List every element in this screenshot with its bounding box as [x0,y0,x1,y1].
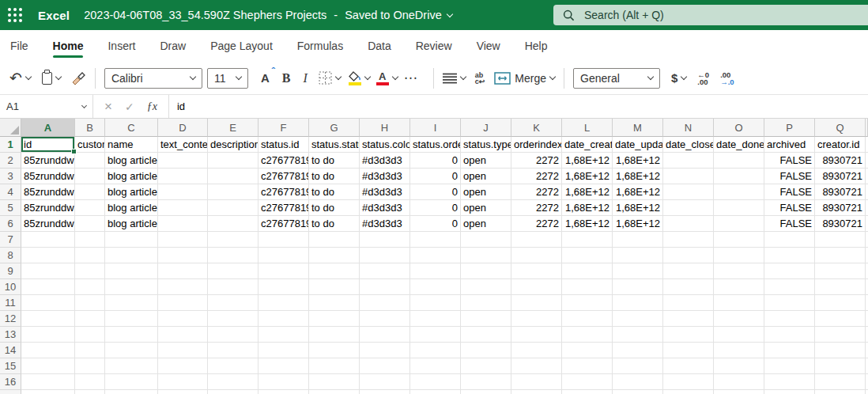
cell-A16[interactable] [21,374,75,390]
cell-Q[interactable] [815,390,866,394]
cell-N9[interactable] [663,263,714,279]
cell-D9[interactable] [158,263,208,279]
cell-E9[interactable] [208,263,259,279]
cell-N[interactable] [663,390,714,394]
cell-O7[interactable] [714,232,764,248]
cell-D6[interactable] [158,216,208,232]
cell-M5[interactable]: 1,68E+12 [613,200,663,216]
cell-M16[interactable] [613,374,663,390]
cell-Q7[interactable] [815,232,866,248]
cell-P12[interactable] [764,311,815,327]
insert-function-icon[interactable]: ƒx [147,100,157,113]
cell-K9[interactable] [511,263,562,279]
menu-insert[interactable]: Insert [108,30,135,62]
cell-N12[interactable] [663,311,714,327]
cell-A8[interactable] [21,248,75,263]
cell-J15[interactable] [461,358,511,374]
cell-K13[interactable] [511,327,562,343]
cell-P15[interactable] [764,358,815,374]
cell-A2[interactable]: 85zrunddw [21,153,75,169]
cell-H[interactable] [360,390,410,394]
column-header-N[interactable]: N [663,119,714,137]
cell-J12[interactable] [461,311,511,327]
cell-D13[interactable] [158,327,208,343]
cell-A4[interactable]: 85zrunddw [21,184,75,200]
cell-L5[interactable]: 1,68E+12 [562,200,613,216]
cell-B15[interactable] [75,358,105,374]
cell-Q9[interactable] [815,263,866,279]
select-all-corner[interactable] [0,119,21,137]
currency-format-button[interactable]: $ [671,71,686,85]
cell-E1[interactable]: description [208,137,259,153]
row-header-1[interactable]: 1 [0,137,21,153]
cell-M9[interactable] [613,263,663,279]
cell-M4[interactable]: 1,68E+12 [613,184,663,200]
cell-D4[interactable] [158,184,208,200]
cell-B6[interactable] [75,216,105,232]
cell-M2[interactable]: 1,68E+12 [613,153,663,169]
cell-A[interactable] [21,390,75,394]
cell-L11[interactable] [562,295,613,311]
cell-O[interactable] [714,390,764,394]
font-name-dropdown[interactable]: Calibri [104,68,202,89]
cell-Q11[interactable] [815,295,866,311]
cell-A12[interactable] [21,311,75,327]
cell-P16[interactable] [764,374,815,390]
paste-button[interactable] [42,72,61,85]
row-header-7[interactable]: 7 [0,232,21,248]
cell-G4[interactable]: to do [309,184,360,200]
row-header-14[interactable]: 14 [0,343,21,358]
cell-N10[interactable] [663,279,714,295]
cell-F11[interactable] [259,295,309,311]
cell-M6[interactable]: 1,68E+12 [613,216,663,232]
cell-G7[interactable] [309,232,360,248]
cell-M13[interactable] [613,327,663,343]
cell-I5[interactable]: 0 [410,200,461,216]
column-header-M[interactable]: M [613,119,663,137]
cell-O5[interactable] [714,200,764,216]
cell-O16[interactable] [714,374,764,390]
cell-M10[interactable] [613,279,663,295]
cell-I1[interactable]: status.orderindex [410,137,461,153]
number-format-dropdown[interactable]: General [573,68,660,89]
row-header-6[interactable]: 6 [0,216,21,232]
cell-H3[interactable]: #d3d3d3 [360,169,410,184]
cell-A3[interactable]: 85zrunddw [21,169,75,184]
cell-H7[interactable] [360,232,410,248]
cell-C6[interactable]: blog article [105,216,158,232]
cell-D7[interactable] [158,232,208,248]
cell-E13[interactable] [208,327,259,343]
cell-I6[interactable]: 0 [410,216,461,232]
bold-button[interactable]: B [282,71,291,85]
cell-G11[interactable] [309,295,360,311]
cell-K1[interactable]: orderindex [511,137,562,153]
column-header-K[interactable]: K [511,119,562,137]
row-header-9[interactable]: 9 [0,263,21,279]
cell-L14[interactable] [562,343,613,358]
cell-C2[interactable]: blog article [105,153,158,169]
cell-G13[interactable] [309,327,360,343]
font-size-dropdown[interactable]: 11 [207,68,248,89]
cell-O9[interactable] [714,263,764,279]
cell-P8[interactable] [764,248,815,263]
cell-C14[interactable] [105,343,158,358]
cell-B[interactable] [75,390,105,394]
row-header-3[interactable]: 3 [0,169,21,184]
cell-H2[interactable]: #d3d3d3 [360,153,410,169]
cell-I13[interactable] [410,327,461,343]
cell-Q16[interactable] [815,374,866,390]
cell-B7[interactable] [75,232,105,248]
cell-H10[interactable] [360,279,410,295]
cell-O8[interactable] [714,248,764,263]
cell-C15[interactable] [105,358,158,374]
cell-F9[interactable] [259,263,309,279]
cell-L12[interactable] [562,311,613,327]
menu-file[interactable]: File [10,30,28,62]
cell-G9[interactable] [309,263,360,279]
cell-B1[interactable]: custom_id [75,137,105,153]
cell-B13[interactable] [75,327,105,343]
column-header-P[interactable]: P [764,119,815,137]
cell-K[interactable] [511,390,562,394]
row-header-12[interactable]: 12 [0,311,21,327]
column-header-G[interactable]: G [309,119,360,137]
